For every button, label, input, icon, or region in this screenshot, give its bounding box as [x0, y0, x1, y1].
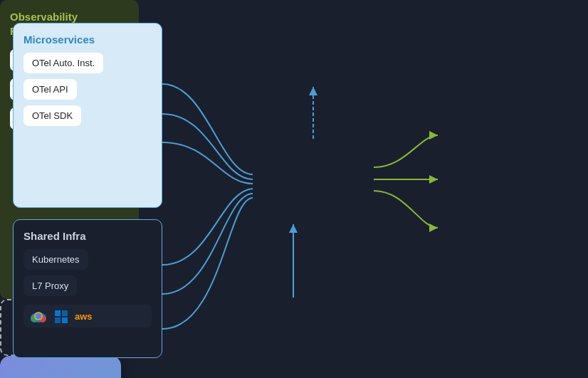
microservices-panel: Microservices OTel Auto. Inst. OTel API … — [13, 23, 162, 208]
cloud-icons-row: aws — [23, 305, 152, 327]
svg-point-4 — [36, 313, 41, 319]
svg-rect-6 — [62, 310, 68, 316]
l7proxy-item: L7 Proxy — [23, 275, 77, 296]
shared-infra-panel: Shared Infra Kubernetes L7 Proxy aws — [13, 219, 162, 358]
kubernetes-item: Kubernetes — [23, 249, 88, 270]
svg-rect-7 — [55, 317, 61, 323]
otel-collector-panel: 🔧 OTel Collector — [0, 356, 121, 378]
svg-rect-8 — [62, 317, 68, 323]
aws-label: aws — [75, 311, 93, 322]
diagram: Microservices OTel Auto. Inst. OTel API … — [0, 0, 588, 378]
otel-sdk-item: OTel SDK — [23, 105, 81, 126]
microservices-title: Microservices — [23, 33, 152, 46]
azure-icon — [53, 309, 69, 323]
otel-auto-item: OTel Auto. Inst. — [23, 53, 103, 73]
google-cloud-icon — [29, 309, 48, 323]
otel-api-item: OTel API — [23, 79, 77, 100]
svg-rect-5 — [55, 310, 61, 316]
shared-infra-title: Shared Infra — [23, 230, 152, 242]
